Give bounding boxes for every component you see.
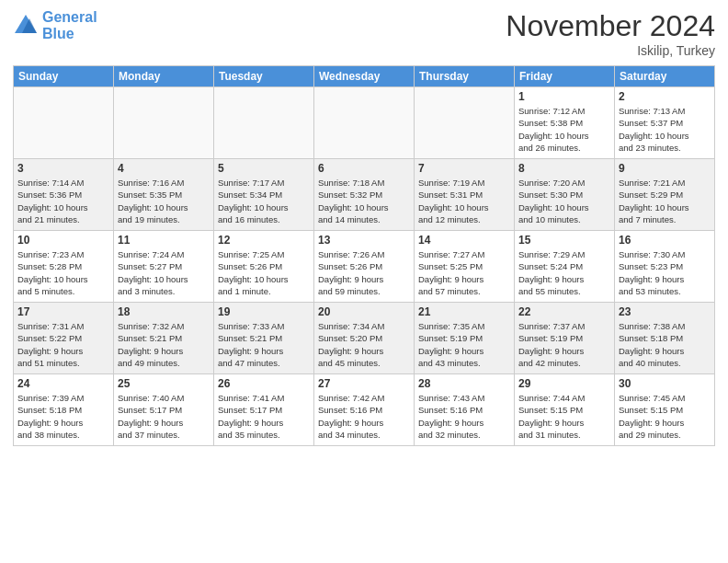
day-number: 24 xyxy=(17,377,109,390)
day-number: 19 xyxy=(218,305,310,318)
week-row-1: 1Sunrise: 7:12 AM Sunset: 5:38 PM Daylig… xyxy=(14,87,715,159)
table-row: 11Sunrise: 7:24 AM Sunset: 5:27 PM Dayli… xyxy=(114,231,214,303)
day-number: 3 xyxy=(17,162,109,175)
week-row-3: 10Sunrise: 7:23 AM Sunset: 5:28 PM Dayli… xyxy=(14,231,715,303)
day-number: 18 xyxy=(118,305,210,318)
day-info: Sunrise: 7:13 AM Sunset: 5:37 PM Dayligh… xyxy=(619,105,711,154)
calendar-table: Sunday Monday Tuesday Wednesday Thursday… xyxy=(13,65,715,446)
table-row xyxy=(14,87,114,159)
day-info: Sunrise: 7:23 AM Sunset: 5:28 PM Dayligh… xyxy=(17,248,109,297)
table-row: 16Sunrise: 7:30 AM Sunset: 5:23 PM Dayli… xyxy=(615,231,715,303)
day-number: 5 xyxy=(218,162,310,175)
day-info: Sunrise: 7:29 AM Sunset: 5:24 PM Dayligh… xyxy=(518,248,610,297)
table-row: 24Sunrise: 7:39 AM Sunset: 5:18 PM Dayli… xyxy=(14,374,114,446)
day-number: 10 xyxy=(17,234,109,247)
day-info: Sunrise: 7:45 AM Sunset: 5:15 PM Dayligh… xyxy=(619,392,711,441)
logo-line1: General xyxy=(42,9,97,25)
table-row: 5Sunrise: 7:17 AM Sunset: 5:34 PM Daylig… xyxy=(214,159,314,231)
day-info: Sunrise: 7:19 AM Sunset: 5:31 PM Dayligh… xyxy=(418,177,510,225)
table-row: 23Sunrise: 7:38 AM Sunset: 5:18 PM Dayli… xyxy=(615,303,715,374)
day-info: Sunrise: 7:41 AM Sunset: 5:17 PM Dayligh… xyxy=(218,392,310,441)
table-row: 19Sunrise: 7:33 AM Sunset: 5:21 PM Dayli… xyxy=(214,303,314,374)
day-info: Sunrise: 7:24 AM Sunset: 5:27 PM Dayligh… xyxy=(118,248,210,297)
table-row: 13Sunrise: 7:26 AM Sunset: 5:26 PM Dayli… xyxy=(314,231,415,303)
table-row: 26Sunrise: 7:41 AM Sunset: 5:17 PM Dayli… xyxy=(214,374,314,446)
table-row: 1Sunrise: 7:12 AM Sunset: 5:38 PM Daylig… xyxy=(515,87,615,159)
day-info: Sunrise: 7:14 AM Sunset: 5:36 PM Dayligh… xyxy=(17,177,109,225)
table-row: 22Sunrise: 7:37 AM Sunset: 5:19 PM Dayli… xyxy=(515,303,615,374)
table-row: 3Sunrise: 7:14 AM Sunset: 5:36 PM Daylig… xyxy=(14,159,114,231)
week-row-5: 24Sunrise: 7:39 AM Sunset: 5:18 PM Dayli… xyxy=(14,374,715,446)
day-number: 4 xyxy=(118,162,210,175)
table-row: 21Sunrise: 7:35 AM Sunset: 5:19 PM Dayli… xyxy=(415,303,515,374)
day-number: 12 xyxy=(218,234,310,247)
table-row: 17Sunrise: 7:31 AM Sunset: 5:22 PM Dayli… xyxy=(14,303,114,374)
day-number: 6 xyxy=(318,162,410,175)
table-row: 20Sunrise: 7:34 AM Sunset: 5:20 PM Dayli… xyxy=(314,303,415,374)
day-number: 27 xyxy=(318,377,410,390)
day-info: Sunrise: 7:27 AM Sunset: 5:25 PM Dayligh… xyxy=(418,248,510,297)
day-number: 29 xyxy=(518,377,610,390)
col-monday: Monday xyxy=(114,66,214,87)
col-saturday: Saturday xyxy=(615,66,715,87)
col-thursday: Thursday xyxy=(415,66,515,87)
day-info: Sunrise: 7:16 AM Sunset: 5:35 PM Dayligh… xyxy=(118,177,210,225)
day-info: Sunrise: 7:40 AM Sunset: 5:17 PM Dayligh… xyxy=(118,392,210,441)
day-info: Sunrise: 7:34 AM Sunset: 5:20 PM Dayligh… xyxy=(318,320,410,369)
table-row: 6Sunrise: 7:18 AM Sunset: 5:32 PM Daylig… xyxy=(314,159,415,231)
table-row xyxy=(314,87,415,159)
page: General Blue November 2024 Iskilip, Turk… xyxy=(0,0,728,563)
day-number: 17 xyxy=(17,305,109,318)
day-info: Sunrise: 7:44 AM Sunset: 5:15 PM Dayligh… xyxy=(518,392,610,441)
day-number: 21 xyxy=(418,305,510,318)
table-row: 29Sunrise: 7:44 AM Sunset: 5:15 PM Dayli… xyxy=(515,374,615,446)
day-number: 26 xyxy=(218,377,310,390)
day-number: 7 xyxy=(418,162,510,175)
day-number: 8 xyxy=(518,162,610,175)
table-row: 14Sunrise: 7:27 AM Sunset: 5:25 PM Dayli… xyxy=(415,231,515,303)
day-info: Sunrise: 7:21 AM Sunset: 5:29 PM Dayligh… xyxy=(619,177,711,225)
day-info: Sunrise: 7:25 AM Sunset: 5:26 PM Dayligh… xyxy=(218,248,310,297)
table-row: 15Sunrise: 7:29 AM Sunset: 5:24 PM Dayli… xyxy=(515,231,615,303)
day-info: Sunrise: 7:43 AM Sunset: 5:16 PM Dayligh… xyxy=(418,392,510,441)
day-info: Sunrise: 7:12 AM Sunset: 5:38 PM Dayligh… xyxy=(518,105,610,154)
table-row xyxy=(415,87,515,159)
table-row: 30Sunrise: 7:45 AM Sunset: 5:15 PM Dayli… xyxy=(615,374,715,446)
table-row: 18Sunrise: 7:32 AM Sunset: 5:21 PM Dayli… xyxy=(114,303,214,374)
location: Iskilip, Turkey xyxy=(506,43,715,58)
day-info: Sunrise: 7:20 AM Sunset: 5:30 PM Dayligh… xyxy=(518,177,610,225)
title-block: November 2024 Iskilip, Turkey xyxy=(506,9,715,58)
col-wednesday: Wednesday xyxy=(314,66,415,87)
header: General Blue November 2024 Iskilip, Turk… xyxy=(13,9,715,58)
logo-text: General Blue xyxy=(42,9,97,41)
day-info: Sunrise: 7:35 AM Sunset: 5:19 PM Dayligh… xyxy=(418,320,510,369)
day-number: 25 xyxy=(118,377,210,390)
day-info: Sunrise: 7:30 AM Sunset: 5:23 PM Dayligh… xyxy=(619,248,711,297)
table-row: 12Sunrise: 7:25 AM Sunset: 5:26 PM Dayli… xyxy=(214,231,314,303)
day-number: 16 xyxy=(619,234,711,247)
table-row: 10Sunrise: 7:23 AM Sunset: 5:28 PM Dayli… xyxy=(14,231,114,303)
col-tuesday: Tuesday xyxy=(214,66,314,87)
day-info: Sunrise: 7:37 AM Sunset: 5:19 PM Dayligh… xyxy=(518,320,610,369)
week-row-4: 17Sunrise: 7:31 AM Sunset: 5:22 PM Dayli… xyxy=(14,303,715,374)
day-info: Sunrise: 7:17 AM Sunset: 5:34 PM Dayligh… xyxy=(218,177,310,225)
table-row: 27Sunrise: 7:42 AM Sunset: 5:16 PM Dayli… xyxy=(314,374,415,446)
day-number: 28 xyxy=(418,377,510,390)
table-row: 4Sunrise: 7:16 AM Sunset: 5:35 PM Daylig… xyxy=(114,159,214,231)
table-row xyxy=(114,87,214,159)
day-number: 15 xyxy=(518,234,610,247)
col-sunday: Sunday xyxy=(14,66,114,87)
month-title: November 2024 xyxy=(506,9,715,43)
table-row xyxy=(214,87,314,159)
day-number: 14 xyxy=(418,234,510,247)
week-row-2: 3Sunrise: 7:14 AM Sunset: 5:36 PM Daylig… xyxy=(14,159,715,231)
day-info: Sunrise: 7:38 AM Sunset: 5:18 PM Dayligh… xyxy=(619,320,711,369)
day-info: Sunrise: 7:33 AM Sunset: 5:21 PM Dayligh… xyxy=(218,320,310,369)
day-number: 22 xyxy=(518,305,610,318)
table-row: 28Sunrise: 7:43 AM Sunset: 5:16 PM Dayli… xyxy=(415,374,515,446)
day-info: Sunrise: 7:26 AM Sunset: 5:26 PM Dayligh… xyxy=(318,248,410,297)
table-row: 8Sunrise: 7:20 AM Sunset: 5:30 PM Daylig… xyxy=(515,159,615,231)
day-number: 11 xyxy=(118,234,210,247)
day-number: 20 xyxy=(318,305,410,318)
col-friday: Friday xyxy=(515,66,615,87)
